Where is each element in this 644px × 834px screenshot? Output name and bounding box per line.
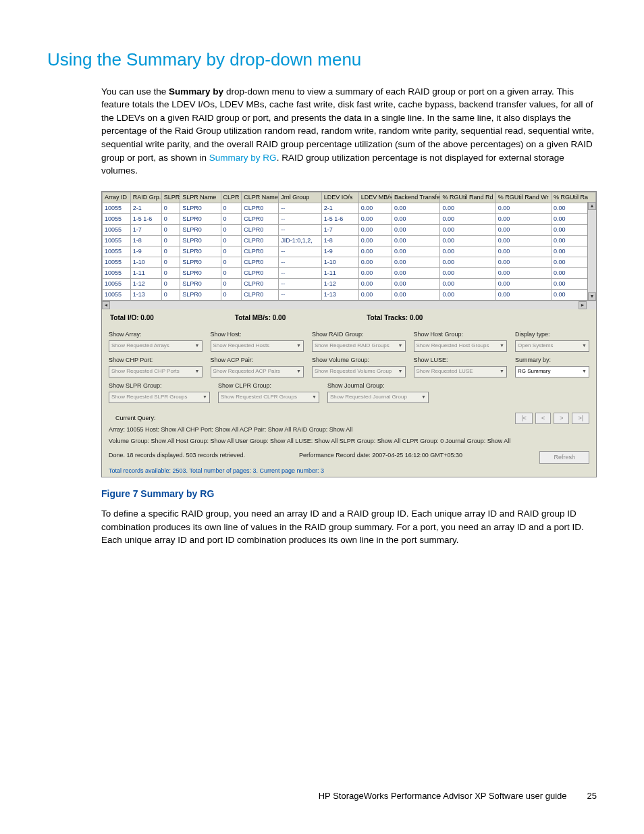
grid-cell: 0.00 xyxy=(358,246,392,257)
filter-value: Show Requested RAID Groups xyxy=(315,342,390,350)
table-row[interactable]: 100551-130SLPR00CLPR0--1-130.000.000.000… xyxy=(103,290,596,301)
done-row: Done. 18 records displayed. 503 records … xyxy=(102,450,596,467)
grid-header[interactable]: LDEV IO/s xyxy=(321,192,358,203)
grid-cell: 0.00 xyxy=(358,290,392,301)
filter-value: Show Requested Volume Group xyxy=(315,367,392,375)
grid-cell: 0.00 xyxy=(392,213,440,224)
chevron-down-icon: ▼ xyxy=(500,368,504,375)
grid-cell: -- xyxy=(279,279,322,290)
filter-select[interactable]: Show Requested RAID Groups▼ xyxy=(312,340,406,352)
filter-col: Show Array:Show Requested Arrays▼ xyxy=(109,330,203,352)
grid-cell: 0.00 xyxy=(440,235,495,246)
grid-cell: CLPR0 xyxy=(242,267,279,278)
filter-label: Show Host: xyxy=(211,330,304,339)
grid-cell: 0 xyxy=(161,267,180,278)
filter-value: Show Requested LUSE xyxy=(417,367,473,375)
grid-cell: -- xyxy=(279,213,322,224)
filter-select[interactable]: Show Requested LUSE▼ xyxy=(414,366,508,377)
summary-by-rg-link[interactable]: Summary by RG xyxy=(209,153,277,163)
filter-value: Show Requested CLPR Groups xyxy=(221,393,297,401)
grid-cell: -- xyxy=(279,257,322,267)
grid-cell: 0.00 xyxy=(358,213,392,224)
grid-cell: 0.00 xyxy=(440,257,495,267)
grid-header[interactable]: Jrnl Group xyxy=(279,192,322,203)
filter-col: Show ACP Pair:Show Requested ACP Pairs▼ xyxy=(211,356,304,377)
grid-header[interactable]: Backend Transfer xyxy=(392,192,440,203)
filter-select[interactable]: Show Requested ACP Pairs▼ xyxy=(211,366,304,377)
table-row[interactable]: 100551-80SLPR00CLPR0JID-1:0,1,2,1-80.000… xyxy=(103,235,596,246)
table-row[interactable]: 100552-10SLPR00CLPR0--2-10.000.000.000.0… xyxy=(103,203,596,213)
figure-caption: Figure 7 Summary by RG xyxy=(101,487,597,500)
grid-cell: CLPR0 xyxy=(242,224,279,235)
page-last-button[interactable]: >| xyxy=(572,413,589,424)
grid-header[interactable]: % RGUtil Rand Wr xyxy=(495,192,551,203)
grid-cell: -- xyxy=(279,267,322,278)
scroll-up-icon[interactable]: ▲ xyxy=(588,202,596,210)
filter-row-3: Show SLPR Group:Show Requested SLPR Grou… xyxy=(109,382,589,403)
grid-header[interactable]: SLPR xyxy=(161,192,180,203)
scroll-down-icon[interactable]: ▼ xyxy=(588,292,596,301)
grid-cell: CLPR0 xyxy=(242,290,279,301)
filter-select[interactable]: Show Requested Volume Group▼ xyxy=(312,366,406,377)
grid-cell: 1-10 xyxy=(321,257,358,267)
filter-value: Show Requested CHP Ports xyxy=(111,367,180,375)
chevron-down-icon: ▼ xyxy=(421,394,426,400)
grid-cell: 0.00 xyxy=(495,213,551,224)
footer-title: HP StorageWorks Performance Advisor XP S… xyxy=(319,790,567,803)
grid-cell: 1-8 xyxy=(321,235,358,246)
grid-cell: 1-11 xyxy=(321,267,358,278)
grid-header[interactable]: LDEV MB/s xyxy=(358,192,392,203)
filter-select[interactable]: Show Requested Hosts▼ xyxy=(211,340,304,352)
scroll-right-icon[interactable]: ► xyxy=(579,301,587,309)
scroll-left-icon[interactable]: ◄ xyxy=(102,301,110,309)
grid-cell: 0.00 xyxy=(392,279,440,290)
grid-cell: CLPR0 xyxy=(242,213,279,224)
grid-header[interactable]: RAID Grp. xyxy=(130,192,161,203)
p1-prefix: You can use the xyxy=(101,86,169,97)
grid-cell: 2-1 xyxy=(321,203,358,213)
filter-select[interactable]: Show Requested SLPR Groups▼ xyxy=(109,392,210,403)
filter-select[interactable]: Show Requested CLPR Groups▼ xyxy=(218,392,319,403)
table-row[interactable]: 100551-70SLPR00CLPR0--1-70.000.000.000.0… xyxy=(103,224,596,235)
vertical-scrollbar[interactable]: ▲ ▼ xyxy=(587,202,596,301)
table-row[interactable]: 100551-120SLPR00CLPR0--1-120.000.000.000… xyxy=(103,279,596,290)
table-row[interactable]: 100551-90SLPR00CLPR0--1-90.000.000.000.0… xyxy=(103,246,596,257)
table-row[interactable]: 100551-5 1-60SLPR00CLPR0--1-5 1-60.000.0… xyxy=(103,213,596,224)
grid-cell: 10055 xyxy=(103,290,131,301)
grid-cell: CLPR0 xyxy=(242,257,279,267)
display-type-select[interactable]: Open Systems ▼ xyxy=(515,340,589,352)
grid-header[interactable]: CLPR Name xyxy=(242,192,279,203)
grid-cell: 10055 xyxy=(103,235,131,246)
filter-select[interactable]: Show Requested CHP Ports▼ xyxy=(109,366,203,377)
page-next-button[interactable]: > xyxy=(554,413,569,424)
filter-select[interactable]: Show Requested Arrays▼ xyxy=(109,340,203,352)
raid-summary-grid: Array IDRAID Grp.SLPRSLPR NameCLPRCLPR N… xyxy=(102,192,596,301)
page-prev-button[interactable]: < xyxy=(535,413,551,424)
display-type-col: Display type: Open Systems ▼ xyxy=(515,330,589,352)
grid-cell: 0 xyxy=(221,257,242,267)
grid-cell: 0 xyxy=(161,290,180,301)
horizontal-scrollbar[interactable]: ◄ ► xyxy=(102,301,596,309)
grid-cell: 0.00 xyxy=(392,203,440,213)
chevron-down-icon: ▼ xyxy=(296,342,301,349)
grid-cell: 0 xyxy=(161,279,180,290)
grid-cell: 0.00 xyxy=(440,290,495,301)
grid-cell: 1-7 xyxy=(321,224,358,235)
chevron-down-icon: ▼ xyxy=(500,342,504,349)
grid-header[interactable]: CLPR xyxy=(221,192,242,203)
table-row[interactable]: 100551-100SLPR00CLPR0--1-100.000.000.000… xyxy=(103,257,596,267)
grid-header[interactable]: SLPR Name xyxy=(180,192,221,203)
done-status: Done. 18 records displayed. 503 records … xyxy=(109,451,252,464)
page-first-button[interactable]: |< xyxy=(515,413,533,424)
grid-cell: 0 xyxy=(221,203,242,213)
table-row[interactable]: 100551-110SLPR00CLPR0--1-110.000.000.000… xyxy=(103,267,596,278)
grid-cell: 0.00 xyxy=(358,203,392,213)
intro-paragraph: You can use the Summary by drop-down men… xyxy=(101,85,597,178)
summary-by-select[interactable]: RG Summary ▼ xyxy=(515,366,589,377)
grid-header[interactable]: Array ID xyxy=(103,192,131,203)
grid-cell: 1-5 1-6 xyxy=(321,213,358,224)
grid-header[interactable]: % RGUtil Rand Rd xyxy=(440,192,495,203)
filter-select[interactable]: Show Requested Host Groups▼ xyxy=(414,340,508,352)
refresh-button[interactable]: Refresh xyxy=(539,451,589,464)
filter-select[interactable]: Show Requested Journal Group▼ xyxy=(327,392,429,403)
